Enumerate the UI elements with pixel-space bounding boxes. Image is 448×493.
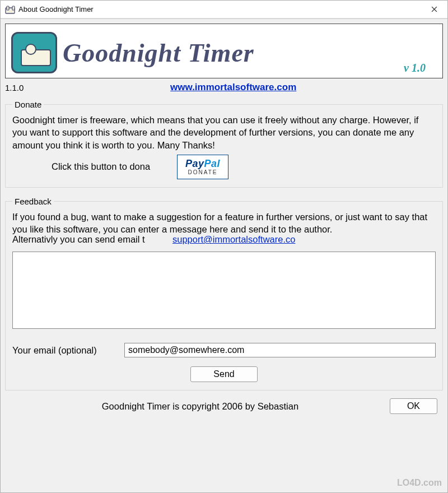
titlebar: About Goodnight Timer [1, 1, 447, 18]
email-input[interactable] [124, 343, 436, 357]
donate-body: Goodnight timer is freeware, which means… [12, 114, 436, 151]
send-button[interactable]: Send [190, 366, 257, 382]
feedback-legend: Feedback [12, 197, 54, 206]
close-button[interactable] [422, 2, 446, 17]
close-icon [431, 6, 437, 12]
paypal-icon: PayPal [185, 159, 220, 169]
banner-title: Goodnight Timer [63, 38, 254, 68]
app-banner: Goodnight Timer v 1.0 [5, 24, 443, 78]
copyright-text: Goodnight Timer is copyright 2006 by Seb… [11, 401, 390, 412]
svg-rect-1 [7, 6, 9, 10]
banner-version: v 1.0 [404, 62, 426, 75]
donate-button-label: Click this button to dona [52, 161, 169, 172]
about-window: About Goodnight Timer Goodnight Timer v … [0, 0, 448, 493]
app-icon [5, 4, 15, 15]
window-title: About Goodnight Timer [18, 5, 422, 13]
feedback-alt-text: Alternativly you can send email t [12, 234, 164, 245]
client-area: Goodnight Timer v 1.0 1.1.0 www.immortal… [1, 18, 447, 492]
support-email-link[interactable]: support@immortalsoftware.co [172, 234, 307, 245]
bed-icon [11, 32, 57, 73]
donate-group: Donate Goodnight timer is freeware, whic… [5, 100, 443, 188]
ok-button[interactable]: OK [390, 398, 437, 414]
feedback-body: If you found a bug, want to make a sugge… [12, 211, 436, 236]
version-text: 1.1.0 [5, 82, 24, 92]
feedback-group: Feedback If you found a bug, want to mak… [5, 197, 443, 391]
feedback-message-input[interactable] [12, 252, 436, 329]
website-link[interactable]: www.immortalsoftware.com [24, 82, 443, 96]
donate-legend: Donate [12, 100, 44, 109]
email-label: Your email (optional) [12, 345, 119, 356]
paypal-donate-button[interactable]: PayPal DONATE [177, 155, 228, 179]
svg-rect-2 [12, 6, 15, 10]
